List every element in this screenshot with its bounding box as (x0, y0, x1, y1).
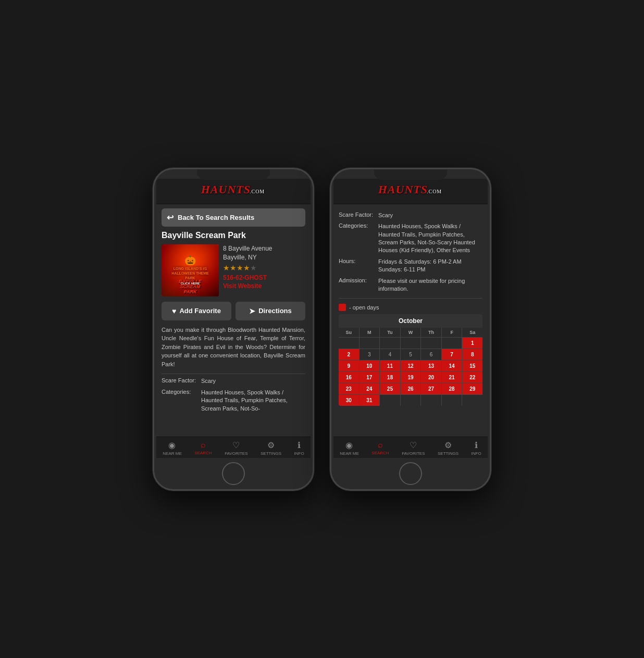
cal-day-empty (401, 338, 421, 349)
divider-2 (339, 298, 482, 299)
phone-2-app-screen: HAUNTS.COM Scare Factor: Scary Categorie… (333, 179, 488, 458)
cal-day-26: 26 (401, 383, 421, 394)
action-buttons: ♥ Add Favorite ➤ Directions (162, 302, 305, 320)
nav-near-me-2[interactable]: ◉ NEAR ME (340, 440, 358, 456)
day-header-w: W (401, 328, 421, 337)
cal-day-empty (442, 395, 462, 406)
scare-factor-row: Scare Factor: Scary (162, 377, 305, 385)
cal-day-empty (462, 395, 482, 406)
directions-button[interactable]: ➤ Directions (236, 302, 305, 320)
cal-day-25: 25 (380, 383, 400, 394)
admission-label: Admission: (339, 277, 375, 293)
haunts-logo-2: HAUNTS.COM (379, 183, 442, 201)
nav-favorites[interactable]: ♡ FAVORITES (225, 440, 247, 456)
cal-day-20: 20 (421, 372, 441, 383)
cal-day-empty (421, 395, 441, 406)
home-button-2[interactable] (399, 462, 422, 485)
cal-day-29: 29 (462, 383, 482, 394)
cal-day-2: 2 (339, 349, 359, 360)
cal-day-3: 3 (360, 349, 380, 360)
near-me-icon-2: ◉ (345, 440, 353, 450)
cal-day-17: 17 (360, 372, 380, 383)
directions-icon: ➤ (249, 307, 255, 315)
heart-icon: ♥ (172, 307, 176, 315)
phone-2: HAUNTS.COM Scare Factor: Scary Categorie… (330, 168, 491, 491)
day-header-su: Su (339, 328, 359, 337)
nav-favorites-2[interactable]: ♡ FAVORITES (402, 440, 425, 456)
cal-day-7: 7 (442, 349, 462, 360)
cal-day-16: 16 (339, 372, 359, 383)
app-header-2: HAUNTS.COM (333, 179, 488, 204)
venue-card: 🎃 LONG ISLAND'S #1HALLOWEEN THEMEPARKCLI… (162, 244, 305, 296)
search-icon-2: ⌕ (378, 440, 383, 450)
nav-settings-2[interactable]: ⚙ SETTINGS (438, 440, 459, 456)
phone-1-app-screen: HAUNTS.COM ↩ Back To Search Results Bayv… (156, 179, 311, 458)
cal-day-23: 23 (339, 383, 359, 394)
cal-day-19: 19 (401, 372, 421, 383)
star-rating: ★★★★★ (223, 264, 305, 272)
cal-day-1: 1 (462, 338, 482, 349)
search-icon: ⌕ (201, 440, 206, 450)
cal-day-31: 31 (360, 395, 380, 406)
categories-value: Haunted Houses, Spook Walks / Haunted Tr… (201, 389, 305, 413)
cal-day-30: 30 (339, 395, 359, 406)
nav-search-2[interactable]: ⌕ SEARCH (371, 440, 389, 456)
bottom-nav: ◉ NEAR ME ⌕ SEARCH ♡ FAVORITES ⚙ SETTING… (156, 437, 311, 458)
cal-day-27: 27 (421, 383, 441, 394)
admission-value: Please visit our website for pricing inf… (378, 277, 482, 293)
home-button[interactable] (222, 462, 245, 485)
bottom-nav-2: ◉ NEAR ME ⌕ SEARCH ♡ FAVORITES ⚙ SETTING… (333, 437, 488, 458)
venue-address: 8 Bayville Avenue Bayville, NY (223, 244, 305, 262)
cal-day-24: 24 (360, 383, 380, 394)
categories-label-2: Categories: (339, 222, 375, 255)
nav-settings[interactable]: ⚙ SETTINGS (261, 440, 281, 456)
nav-near-me[interactable]: ◉ NEAR ME (163, 440, 181, 456)
cal-day-18: 18 (380, 372, 400, 383)
cal-day-4: 4 (380, 349, 400, 360)
cal-day-14: 14 (442, 361, 462, 371)
scare-factor-row-2: Scare Factor: Scary (339, 212, 482, 219)
settings-icon-2: ⚙ (444, 440, 452, 450)
nav-info[interactable]: ℹ INFO (294, 440, 304, 456)
cal-day-5: 5 (401, 349, 421, 360)
venue-website[interactable]: Visit Website (223, 282, 305, 290)
cal-day-empty (380, 338, 400, 349)
cal-day-28: 28 (442, 383, 462, 394)
info-icon-2: ℹ (475, 440, 478, 450)
hours-row: Hours: Fridays & Saturdays: 6 PM-2 AMSun… (339, 258, 482, 274)
cal-day-empty (380, 395, 400, 406)
favorites-icon: ♡ (232, 440, 240, 450)
venue-image-text: LONG ISLAND'S #1HALLOWEEN THEMEPARKCLICK… (171, 266, 209, 285)
cal-day-22: 22 (462, 372, 482, 383)
scare-factor-value-2: Scary (378, 212, 482, 219)
hours-value: Fridays & Saturdays: 6 PM-2 AMSundays: 6… (378, 258, 482, 274)
nav-info-2[interactable]: ℹ INFO (472, 440, 481, 456)
cal-day-6: 6 (421, 349, 441, 360)
day-header-tu: Tu (380, 328, 400, 337)
scare-factor-label-2: Scare Factor: (339, 212, 375, 219)
day-header-f: F (442, 328, 462, 337)
info-icon: ℹ (298, 440, 301, 450)
cal-day-12: 12 (401, 361, 421, 371)
cal-day-11: 11 (380, 361, 400, 371)
calendar-header: October (339, 314, 482, 328)
categories-row-2: Categories: Haunted Houses, Spook Walks … (339, 222, 482, 255)
app-header: HAUNTS.COM (156, 179, 311, 204)
phone-2-screen: HAUNTS.COM Scare Factor: Scary Categorie… (333, 179, 488, 458)
add-favorite-button[interactable]: ♥ Add Favorite (162, 302, 231, 320)
venue-phone[interactable]: 516-62-GHOST (223, 274, 305, 281)
nav-search[interactable]: ⌕ SEARCH (194, 440, 212, 456)
venue-description: Can you make it through Bloodworth Haunt… (162, 326, 305, 369)
cal-day-empty (401, 395, 421, 406)
legend-dot (339, 304, 346, 311)
venue-name: Bayville Scream Park (162, 231, 305, 240)
back-to-search-button[interactable]: ↩ Back To Search Results (162, 208, 305, 227)
categories-label: Categories: (162, 389, 198, 413)
haunts-logo: HAUNTS.COM (202, 183, 265, 201)
open-days-legend: - open days (339, 304, 482, 311)
venue-image[interactable]: 🎃 LONG ISLAND'S #1HALLOWEEN THEMEPARKCLI… (162, 244, 219, 296)
categories-value-2: Haunted Houses, Spook Walks / Haunted Tr… (378, 222, 482, 255)
phone-1-screen: HAUNTS.COM ↩ Back To Search Results Bayv… (156, 179, 311, 458)
cal-day-8: 8 (462, 349, 482, 360)
venue-details: 8 Bayville Avenue Bayville, NY ★★★★★ 516… (223, 244, 305, 296)
